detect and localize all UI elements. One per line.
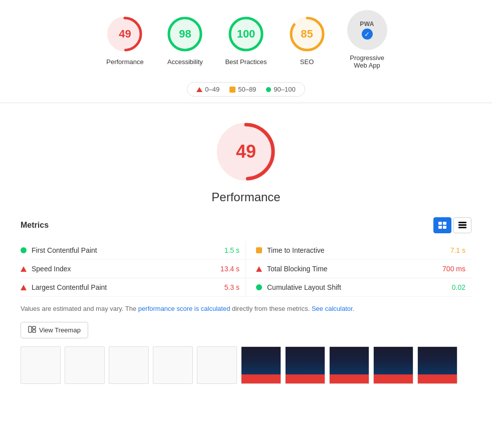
- thumbnail-1: [21, 346, 61, 384]
- si-value: 13.4 s: [220, 265, 239, 273]
- legend-red-range: 0–49: [205, 86, 219, 93]
- pwa-label: ProgressiveWeb App: [350, 54, 384, 69]
- tti-indicator-icon: [256, 247, 262, 253]
- svg-rect-13: [443, 226, 446, 229]
- legend-inner: 0–49 50–89 90–100: [187, 82, 305, 97]
- thumb-6-content: [241, 347, 281, 383]
- pwa-text: PWA: [360, 21, 374, 28]
- view-toggle: [433, 217, 471, 233]
- thumbnail-6: [241, 346, 281, 384]
- legend-red: 0–49: [196, 86, 219, 93]
- svg-rect-19: [33, 330, 36, 332]
- svg-rect-18: [33, 326, 36, 329]
- thumbnail-3: [109, 346, 149, 384]
- lcp-indicator-icon: [21, 285, 27, 290]
- accessibility-label: Accessibility: [167, 58, 203, 66]
- note-middle: directly from these metrics.: [230, 305, 312, 312]
- main-performance-circle: 49: [213, 119, 279, 184]
- main-performance-label: Performance: [211, 190, 280, 204]
- section-divider: [0, 103, 492, 103]
- thumb-6-bar: [241, 374, 281, 383]
- cls-name: Cumulative Layout Shift: [267, 283, 341, 291]
- tbt-indicator-icon: [256, 266, 262, 272]
- metric-tbt: Total Blocking Time 700 ms: [246, 260, 471, 278]
- fcp-indicator-icon: [21, 247, 27, 253]
- pwa-check-icon: ✓: [362, 29, 373, 40]
- metrics-section: Metrics: [1, 217, 491, 394]
- fcp-name: First Contentful Paint: [32, 246, 97, 254]
- performance-label: Performance: [106, 58, 143, 66]
- tti-value: 7.1 s: [450, 246, 465, 254]
- thumb-9-content: [374, 347, 413, 383]
- legend-green: 90–100: [266, 86, 295, 93]
- seo-circle: 85: [287, 14, 327, 54]
- performance-value: 49: [119, 28, 131, 41]
- note-suffix: .: [353, 305, 355, 312]
- thumbnail-7: [285, 346, 325, 384]
- pwa-circle: PWA ✓: [347, 10, 387, 50]
- thumbnail-2: [65, 346, 105, 384]
- toggle-list-button[interactable]: [453, 217, 471, 233]
- thumb-9-bg: [374, 347, 413, 374]
- thumbnail-5: [197, 346, 237, 384]
- svg-rect-17: [29, 326, 32, 332]
- legend-orange-range: 50–89: [238, 86, 256, 93]
- thumbnail-8: [329, 346, 369, 384]
- metrics-title: Metrics: [21, 221, 49, 230]
- main-score-section: 49 Performance: [0, 109, 492, 217]
- thumb-8-content: [330, 347, 369, 383]
- thumb-7-bar: [286, 374, 325, 383]
- metric-tbt-left: Total Blocking Time: [256, 265, 328, 273]
- green-dot-icon: [266, 87, 271, 92]
- score-best-practices[interactable]: 100 Best Practices: [225, 14, 267, 66]
- score-accessibility[interactable]: 98 Accessibility: [165, 14, 205, 66]
- scores-section: 49 Performance 98 Accessibility 100 Best…: [0, 0, 492, 77]
- metric-fcp-left: First Contentful Paint: [21, 246, 97, 254]
- note-link-score[interactable]: performance score is calculated: [138, 305, 230, 312]
- treemap-icon: [28, 326, 36, 334]
- toggle-grid-button[interactable]: [433, 217, 451, 233]
- metric-lcp-left: Largest Contentful Paint: [21, 283, 107, 291]
- thumb-7-content: [286, 347, 325, 383]
- tti-name: Time to Interactive: [267, 246, 325, 254]
- lcp-name: Largest Contentful Paint: [32, 283, 107, 291]
- note-link-calculator[interactable]: See calculator: [312, 305, 353, 312]
- seo-label: SEO: [300, 58, 314, 66]
- metric-fcp: First Contentful Paint 1.5 s: [21, 241, 246, 260]
- seo-value: 85: [301, 28, 313, 41]
- metrics-header: Metrics: [21, 217, 471, 233]
- metric-tti-left: Time to Interactive: [256, 246, 325, 254]
- red-triangle-icon: [196, 87, 202, 92]
- main-performance-value: 49: [236, 141, 256, 162]
- best-practices-circle: 100: [226, 14, 266, 54]
- svg-rect-14: [458, 222, 466, 223]
- lcp-value: 5.3 s: [224, 283, 239, 291]
- accessibility-value: 98: [179, 28, 191, 41]
- treemap-btn-label: View Treemap: [39, 326, 81, 334]
- thumb-10-content: [418, 347, 457, 383]
- svg-rect-12: [438, 226, 442, 229]
- thumbnail-4: [153, 346, 193, 384]
- svg-rect-16: [458, 227, 466, 228]
- metrics-note: Values are estimated and may vary. The p…: [21, 297, 471, 317]
- score-pwa[interactable]: PWA ✓ ProgressiveWeb App: [347, 10, 387, 69]
- score-seo[interactable]: 85 SEO: [287, 14, 327, 66]
- thumbnail-10: [417, 346, 457, 384]
- thumb-7-bg: [286, 347, 325, 374]
- thumb-10-bar: [418, 374, 457, 383]
- note-prefix: Values are estimated and may vary. The: [21, 305, 138, 312]
- thumb-10-bg: [418, 347, 457, 374]
- score-performance[interactable]: 49 Performance: [105, 14, 145, 66]
- svg-rect-11: [443, 222, 446, 225]
- thumb-8-bg: [330, 347, 369, 374]
- legend-orange: 50–89: [229, 86, 256, 93]
- orange-square-icon: [229, 87, 235, 93]
- fcp-value: 1.5 s: [224, 246, 239, 254]
- si-name: Speed Index: [32, 265, 71, 273]
- thumb-6-bg: [241, 347, 281, 374]
- treemap-button[interactable]: View Treemap: [21, 322, 88, 338]
- si-indicator-icon: [21, 266, 27, 272]
- legend-green-range: 90–100: [274, 86, 295, 93]
- metrics-grid: First Contentful Paint 1.5 s Time to Int…: [21, 241, 471, 297]
- svg-rect-15: [458, 224, 466, 226]
